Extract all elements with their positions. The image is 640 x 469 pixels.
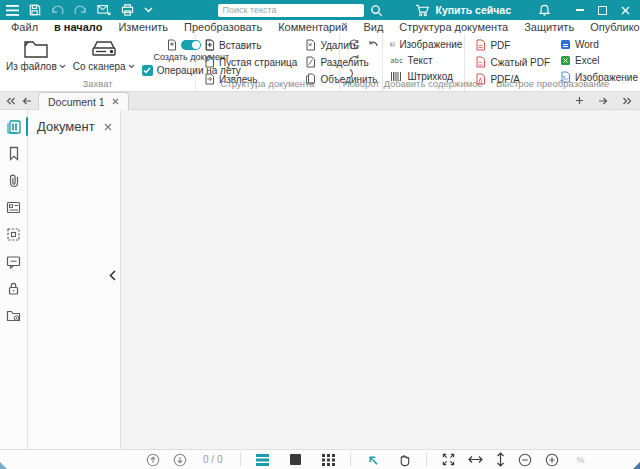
scroll-tabs-first-icon[interactable] — [6, 97, 16, 105]
fit-page-icon — [442, 453, 455, 466]
zoom-in-button[interactable] — [545, 453, 559, 467]
chevron-down-icon[interactable] — [144, 7, 153, 13]
print-icon[interactable] — [121, 4, 134, 16]
scroll-tabs-last-icon[interactable] — [622, 97, 632, 105]
image-icon — [390, 39, 395, 50]
grid-view-icon — [322, 454, 335, 466]
pages-panel-icon — [6, 119, 22, 135]
new-tab-icon[interactable] — [575, 96, 584, 105]
page-counter: 0 / 0 — [203, 454, 222, 465]
ribbon-section-quick-convert: PDF Сжатый PDF PDF/A Word Exce — [465, 34, 640, 91]
redo-icon[interactable] — [74, 5, 87, 16]
scroll-tabs-left-icon[interactable] — [22, 97, 32, 105]
tab-close-icon[interactable] — [112, 98, 119, 105]
maximize-button[interactable] — [598, 6, 607, 15]
cart-icon — [415, 4, 430, 17]
ribbon-section-add-content: Изображение abc Текст Штрихкод Добавить … — [383, 34, 465, 91]
blank-page-button[interactable]: Пустая страница — [204, 56, 297, 68]
close-button[interactable] — [621, 6, 630, 15]
document-info-icon — [6, 309, 21, 322]
select-tool-button[interactable] — [366, 453, 379, 466]
resize-grip-left[interactable] — [0, 462, 7, 469]
rotate-left-icon[interactable] — [348, 54, 360, 64]
menu-document-structure[interactable]: Структура документа — [391, 21, 516, 33]
panel-collapse-chevron-icon[interactable] — [109, 270, 116, 281]
section-label-rotate: Поворот — [340, 78, 382, 89]
ribbon-section-capture: Из файлов Со сканера Создать документ — [0, 34, 196, 91]
document-split-icon — [305, 56, 316, 68]
menu-view[interactable]: Вид — [355, 21, 391, 33]
rotate-clockwise-icon[interactable] — [348, 39, 360, 51]
title-bar: Купить сейчас — [0, 0, 640, 20]
sidebar-security-button[interactable] — [0, 275, 27, 302]
fit-page-button[interactable] — [442, 453, 455, 466]
menu-home[interactable]: в начало — [46, 21, 110, 33]
menu-bar: Файл в начало Изменить Преобразовать Ком… — [0, 20, 640, 34]
minimize-button[interactable] — [576, 9, 584, 11]
continuous-view-icon — [256, 454, 269, 466]
single-document-icon — [167, 39, 177, 51]
sidebar-bookmarks-button[interactable] — [0, 140, 27, 167]
rotate-counterclockwise-icon[interactable] — [368, 40, 379, 51]
cursor-icon — [366, 453, 379, 466]
chevron-down-icon — [128, 64, 135, 69]
sidebar-pages-panel-button[interactable] — [0, 113, 27, 140]
text-icon: abc — [390, 57, 403, 64]
insert-page-button[interactable]: Вставить — [204, 39, 297, 51]
fit-width-button[interactable] — [468, 455, 483, 464]
buy-now-button[interactable]: Купить сейчас — [415, 4, 511, 17]
document-canvas[interactable] — [121, 110, 640, 449]
ribbon-section-rotate: Поворот — [340, 34, 383, 91]
rotate-arc-icon[interactable] — [348, 68, 356, 79]
menu-convert[interactable]: Преобразовать — [176, 21, 270, 33]
hand-icon — [398, 453, 411, 467]
main-menu-icon[interactable] — [6, 5, 19, 16]
grid-view-button[interactable] — [322, 454, 335, 466]
sidebar-comments-button[interactable] — [0, 248, 27, 275]
search-icon[interactable] — [370, 4, 383, 17]
menu-file[interactable]: Файл — [3, 21, 46, 33]
ribbon-section-structure: Вставить Пустая страница Извлечь Удалить — [196, 34, 340, 91]
checkbox-checked-icon — [142, 65, 153, 76]
left-sidebar — [0, 110, 28, 449]
folder-icon — [23, 38, 49, 59]
menu-comment[interactable]: Комментарий — [270, 21, 355, 33]
sidebar-document-info-button[interactable] — [0, 302, 27, 329]
single-page-view-button[interactable] — [290, 454, 301, 465]
sidebar-attachments-button[interactable] — [0, 167, 27, 194]
single-page-view-icon — [290, 454, 301, 465]
notifications-bell-icon[interactable] — [539, 4, 550, 16]
resize-grip-right[interactable] — [633, 462, 640, 469]
panel-close-icon[interactable] — [104, 123, 112, 131]
previous-page-button[interactable] — [146, 453, 160, 467]
menu-publish[interactable]: Опубликовать — [582, 21, 640, 33]
convert-compressed-pdf-button[interactable]: Сжатый PDF — [475, 56, 550, 68]
add-image-button[interactable]: Изображение — [390, 39, 462, 50]
hand-tool-button[interactable] — [398, 453, 411, 467]
convert-pdf-button[interactable]: PDF — [475, 39, 550, 51]
zoom-out-button[interactable] — [518, 453, 532, 467]
sidebar-form-data-button[interactable] — [0, 194, 27, 221]
fit-height-button[interactable] — [496, 452, 505, 467]
scroll-tabs-right-icon[interactable] — [598, 97, 608, 105]
status-bar: 0 / 0 % — [0, 449, 640, 469]
search-input[interactable] — [218, 4, 364, 17]
menu-protect[interactable]: Защитить — [516, 21, 582, 33]
send-document-icon[interactable] — [97, 4, 111, 16]
undo-icon[interactable] — [51, 5, 64, 16]
sidebar-stamp-button[interactable] — [0, 221, 27, 248]
document-tab[interactable]: Document 1 — [38, 92, 129, 110]
convert-word-button[interactable]: Word — [560, 39, 638, 50]
section-label-add-content: Добавить содержимое — [383, 78, 464, 89]
convert-excel-button[interactable]: Excel — [560, 55, 638, 66]
paperclip-icon — [7, 173, 21, 188]
continuous-view-button[interactable] — [256, 454, 269, 466]
next-page-button[interactable] — [173, 453, 187, 467]
add-text-button[interactable]: abc Текст — [390, 55, 462, 66]
pdf-icon — [475, 39, 486, 51]
save-icon[interactable] — [29, 4, 41, 16]
panel-title: Документ — [37, 119, 95, 134]
compressed-pdf-icon — [475, 56, 486, 68]
document-tab-bar: Document 1 — [0, 92, 640, 110]
menu-edit[interactable]: Изменить — [110, 21, 176, 33]
